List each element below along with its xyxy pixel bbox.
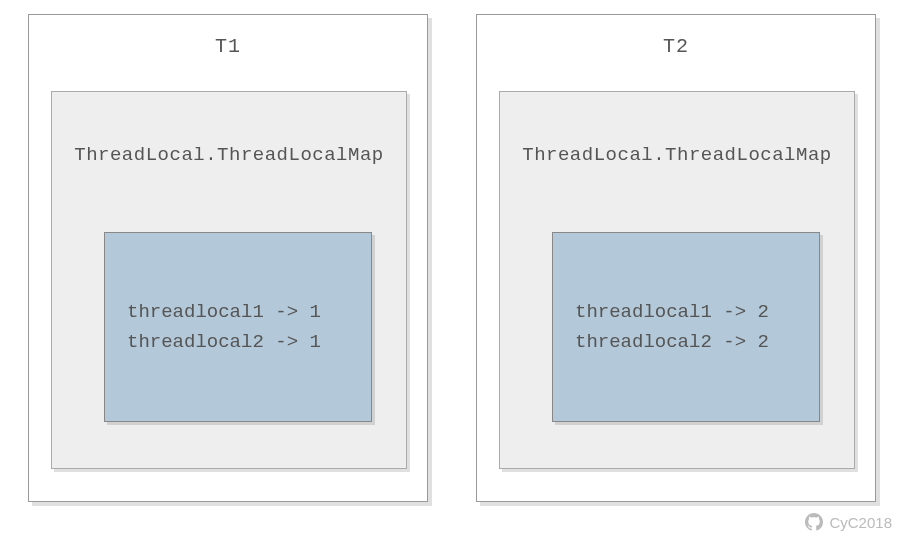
watermark: CyC2018 [805,513,892,531]
diagram-container: T1 ThreadLocal.ThreadLocalMap threadloca… [0,0,904,502]
entries-box: threadlocal1 -> 1 threadlocal2 -> 1 [104,232,372,422]
thread-title: T1 [29,35,427,58]
threadlocalmap-box: ThreadLocal.ThreadLocalMap threadlocal1 … [51,91,407,469]
thread-box-t1: T1 ThreadLocal.ThreadLocalMap threadloca… [28,14,428,502]
entry-row: threadlocal2 -> 1 [127,327,371,357]
thread-title: T2 [477,35,875,58]
watermark-text: CyC2018 [829,514,892,531]
entry-row: threadlocal2 -> 2 [575,327,819,357]
entry-row: threadlocal1 -> 1 [127,297,371,327]
entries-box: threadlocal1 -> 2 threadlocal2 -> 2 [552,232,820,422]
entry-row: threadlocal1 -> 2 [575,297,819,327]
thread-box-t2: T2 ThreadLocal.ThreadLocalMap threadloca… [476,14,876,502]
github-icon [805,513,823,531]
threadlocalmap-box: ThreadLocal.ThreadLocalMap threadlocal1 … [499,91,855,469]
threadlocalmap-label: ThreadLocal.ThreadLocalMap [500,144,854,166]
threadlocalmap-label: ThreadLocal.ThreadLocalMap [52,144,406,166]
